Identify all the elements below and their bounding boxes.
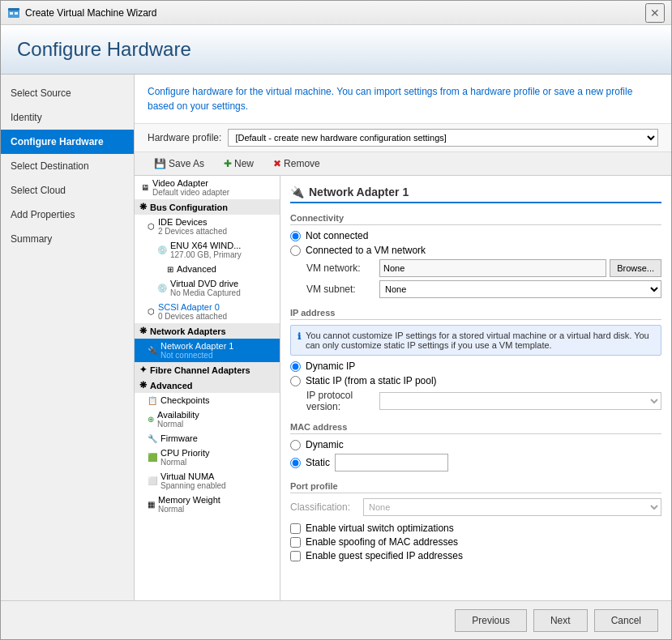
cpu-icon: 🟩 [148,453,157,462]
dynamic-ip-radio[interactable] [290,361,301,372]
cpu-label: CPU Priority [161,448,210,458]
connected-vm-label: Connected to a VM network [306,245,426,256]
mac-static-radio[interactable] [290,458,301,468]
previous-button[interactable]: Previous [455,609,527,632]
tree-item-advanced[interactable]: ⊞ Advanced [135,262,280,276]
disk-icon: 💿 [157,245,167,254]
title-bar: Create Virtual Machine Wizard ✕ [1,1,671,25]
new-button[interactable]: ✚ New [217,156,260,172]
tree-item-video-adapter[interactable]: 🖥 Video Adapter Default video adapter [135,176,280,199]
guest-ip-label: Enable guest specified IP addresses [306,550,463,561]
static-ip-label: Static IP (from a static IP pool) [306,375,437,386]
ip-protocol-label: IP protocol version: [306,390,379,412]
sidebar-item-select-cloud[interactable]: Select Cloud [1,178,134,203]
tree-item-availability[interactable]: ⊕ Availability Normal [135,407,280,431]
classification-label: Classification: [290,501,363,513]
memory-label: Memory Weight [158,495,220,505]
remove-label: Remove [284,158,320,169]
save-as-button[interactable]: 💾 Save As [148,156,211,172]
sidebar-item-add-properties[interactable]: Add Properties [1,203,134,227]
mac-dynamic-row: Dynamic [290,439,661,450]
mac-static-label: Static [306,457,330,468]
cancel-button[interactable]: Cancel [594,609,658,632]
scsi-label: SCSI Adapter 0 [158,302,220,312]
disk-label: ENU X64 WIND... [170,241,241,250]
tree-item-virtual-numa[interactable]: ⬜ Virtual NUMA Spanning enabled [135,469,280,493]
scsi-sub: 0 Devices attached [158,312,227,321]
classification-select[interactable]: None [363,498,661,516]
tree-section-bus: ❋ Bus Configuration [135,199,280,215]
tree-item-scsi[interactable]: ⬡ SCSI Adapter 0 0 Devices attached [135,300,280,323]
memory-sub: Normal [158,505,220,514]
new-icon: ✚ [224,158,232,169]
remove-button[interactable]: ✖ Remove [267,156,327,172]
not-connected-radio[interactable] [290,231,301,241]
network-adapter-icon: 🔌 [148,346,157,355]
next-button[interactable]: Next [533,609,588,632]
tree-item-network-adapter1[interactable]: 🔌 Network Adapter 1 Not connected [135,339,280,362]
close-button[interactable]: ✕ [645,3,665,23]
browse-button[interactable]: Browse... [610,259,661,277]
bus-expand-icon: ❋ [139,202,147,212]
guest-ip-checkbox[interactable] [290,551,301,561]
detail-panel: 🔌 Network Adapter 1 Connectivity Not con… [280,176,671,600]
availability-icon: ⊕ [148,415,154,424]
dvd-sub: No Media Captured [170,288,241,297]
vm-subnet-select[interactable]: None [379,280,661,298]
vm-network-input[interactable] [379,259,606,277]
tree-item-ide[interactable]: ⬡ IDE Devices 2 Devices attached [135,215,280,238]
ip-protocol-select[interactable] [379,392,661,410]
tree-item-disk[interactable]: 💿 ENU X64 WIND... 127.00 GB, Primary [135,238,280,262]
sidebar-item-configure-hardware[interactable]: Configure Hardware [1,130,134,154]
mac-static-row: Static [290,454,661,471]
memory-icon: ▦ [148,500,155,509]
hardware-profile-select[interactable]: [Default - create new hardware configura… [228,129,658,147]
detail-header-label: Network Adapter 1 [309,186,409,198]
sidebar-item-identity[interactable]: Identity [1,105,134,130]
mac-spoofing-checkbox[interactable] [290,537,301,548]
scsi-icon: ⬡ [148,307,155,316]
network-adapter-sub: Not connected [161,351,234,360]
tree-item-checkpoints[interactable]: 📋 Checkpoints [135,393,280,407]
sidebar-item-select-destination[interactable]: Select Destination [1,154,134,178]
detail-header: 🔌 Network Adapter 1 [290,186,661,203]
svg-rect-2 [10,12,13,15]
remove-icon: ✖ [273,158,281,169]
new-label: New [234,158,254,169]
dvd-label: Virtual DVD drive [170,279,238,288]
tree-item-memory-weight[interactable]: ▦ Memory Weight Normal [135,493,280,516]
dynamic-ip-row: Dynamic IP [290,361,661,372]
static-ip-radio[interactable] [290,376,301,386]
svg-rect-1 [8,8,19,11]
not-connected-row: Not connected [290,230,661,241]
fibre-section-label: Fibre Channel Adapters [150,365,250,375]
vm-subnet-row: VM subnet: None [290,280,661,298]
cpu-sub: Normal [161,458,210,467]
checkbox-guest-ip: Enable guest specified IP addresses [290,550,661,561]
tree-section-network: ❋ Network Adapters [135,323,280,339]
page-title: Configure Hardware [17,38,655,61]
sidebar-item-select-source[interactable]: Select Source [1,81,134,105]
video-adapter-sub: Default video adapter [152,188,229,197]
ip-info-box: ℹ You cannot customize IP settings for a… [290,325,661,356]
tree-item-cpu-priority[interactable]: 🟩 CPU Priority Normal [135,446,280,469]
advanced-item-icon: ⊞ [167,265,173,274]
network-adapter-label: Network Adapter 1 [161,341,234,351]
virtual-switch-checkbox[interactable] [290,523,301,534]
advanced-label: Advanced [177,264,216,274]
numa-icon: ⬜ [148,476,157,485]
connectivity-section: Connectivity [290,213,661,225]
ip-address-section: IP address [290,308,661,320]
toolbar: 💾 Save As ✚ New ✖ Remove [135,152,671,176]
tree-item-dvd[interactable]: 💿 Virtual DVD drive No Media Captured [135,276,280,300]
connected-vm-radio[interactable] [290,245,301,256]
wizard-footer: Previous Next Cancel [1,600,671,639]
mac-dynamic-radio[interactable] [290,440,301,450]
sidebar-item-summary[interactable]: Summary [1,227,134,251]
tree-item-firmware[interactable]: 🔧 Firmware [135,431,280,446]
mac-static-input[interactable] [335,454,448,471]
firmware-icon: 🔧 [148,434,157,443]
ip-protocol-row: IP protocol version: [290,390,661,412]
vm-network-row: VM network: Browse... [290,259,661,277]
window-title: Create Virtual Machine Wizard [25,7,645,19]
